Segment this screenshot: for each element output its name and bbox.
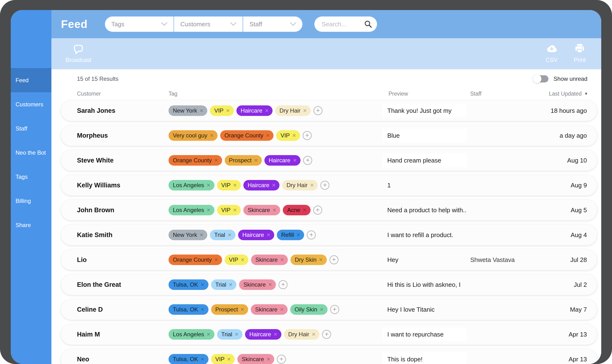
tag-pill-vip[interactable]: VIP✕ xyxy=(276,130,300,141)
remove-tag-icon[interactable]: ✕ xyxy=(268,282,272,287)
remove-tag-icon[interactable]: ✕ xyxy=(207,182,211,188)
tag-pill-refill[interactable]: Refill✕ xyxy=(277,230,304,240)
remove-tag-icon[interactable]: ✕ xyxy=(199,232,203,238)
filter-dropdown-tags[interactable]: Tags xyxy=(105,16,174,32)
remove-tag-icon[interactable]: ✕ xyxy=(233,182,237,188)
table-row[interactable]: Steve White Orange County✕Prospect✕Hairc… xyxy=(61,150,597,171)
remove-tag-icon[interactable]: ✕ xyxy=(272,182,276,188)
tag-pill-very-cool-guy[interactable]: Very cool guy✕ xyxy=(169,130,218,141)
add-tag-button[interactable]: + xyxy=(307,230,316,239)
sidebar-item-feed[interactable]: Feed xyxy=(11,68,52,92)
show-unread-toggle[interactable] xyxy=(534,75,548,82)
add-tag-button[interactable]: + xyxy=(313,106,323,115)
tag-pill-skincare[interactable]: Skincare✕ xyxy=(251,255,288,265)
remove-tag-icon[interactable]: ✕ xyxy=(293,157,297,163)
remove-tag-icon[interactable]: ✕ xyxy=(266,232,270,238)
filter-dropdown-customers[interactable]: Customers xyxy=(174,16,243,32)
sidebar-item-share[interactable]: Share xyxy=(11,213,52,237)
add-tag-button[interactable]: + xyxy=(329,255,339,264)
tag-pill-haircare[interactable]: Haircare✕ xyxy=(236,105,273,116)
tag-pill-dry-skin[interactable]: Dry Skin✕ xyxy=(290,255,326,265)
table-row[interactable]: Morpheus Very cool guy✕Orange County✕VIP… xyxy=(61,125,597,146)
remove-tag-icon[interactable]: ✕ xyxy=(272,207,276,213)
search-icon[interactable] xyxy=(364,20,372,28)
remove-tag-icon[interactable]: ✕ xyxy=(312,331,316,337)
remove-tag-icon[interactable]: ✕ xyxy=(297,232,300,238)
tag-pill-skincare[interactable]: Skincare✕ xyxy=(239,279,276,290)
sidebar-item-customers[interactable]: Customers xyxy=(11,92,52,117)
column-header-last-updated[interactable]: Last Updated▼ xyxy=(549,91,588,97)
tag-pill-dry-hair[interactable]: Dry Hair✕ xyxy=(284,329,320,340)
table-row[interactable]: Celine D Tulsa, OK✕Prospect✕Skincare✕Oil… xyxy=(61,299,597,320)
tag-pill-new-york[interactable]: New York✕ xyxy=(169,230,207,240)
remove-tag-icon[interactable]: ✕ xyxy=(292,133,296,138)
remove-tag-icon[interactable]: ✕ xyxy=(234,331,239,337)
remove-tag-icon[interactable]: ✕ xyxy=(266,133,270,138)
remove-tag-icon[interactable]: ✕ xyxy=(254,157,258,163)
tag-pill-los-angeles[interactable]: Los Angeles✕ xyxy=(169,205,214,215)
table-row[interactable]: Kelly Williams Los Angeles✕VIP✕Haircare✕… xyxy=(61,175,597,195)
tag-pill-orange-county[interactable]: Orange County✕ xyxy=(169,255,222,265)
tag-pill-orange-county[interactable]: Orange County✕ xyxy=(220,130,274,141)
table-row[interactable]: Katie Smith New York✕Trial✕Haircare✕Refi… xyxy=(61,225,597,245)
tag-pill-prospect[interactable]: Prospect✕ xyxy=(211,304,248,315)
tag-pill-trial[interactable]: Trial✕ xyxy=(210,230,235,240)
tag-pill-trial[interactable]: Trial✕ xyxy=(217,329,243,340)
tag-pill-tulsa-ok[interactable]: Tulsa, OK✕ xyxy=(169,354,208,364)
remove-tag-icon[interactable]: ✕ xyxy=(265,108,269,114)
tag-pill-acne[interactable]: Acne✕ xyxy=(283,205,310,215)
remove-tag-icon[interactable]: ✕ xyxy=(310,182,314,188)
tag-pill-haircare[interactable]: Haircare✕ xyxy=(245,329,281,340)
remove-tag-icon[interactable]: ✕ xyxy=(280,257,284,263)
remove-tag-icon[interactable]: ✕ xyxy=(240,257,245,263)
sidebar-item-billing[interactable]: Billing xyxy=(11,189,52,213)
remove-tag-icon[interactable]: ✕ xyxy=(210,133,214,138)
add-tag-button[interactable]: + xyxy=(330,305,339,314)
table-row[interactable]: Sarah Jones New York✕VIP✕Haircare✕Dry Ha… xyxy=(61,100,597,121)
add-tag-button[interactable]: + xyxy=(303,156,312,165)
tag-pill-los-angeles[interactable]: Los Angeles✕ xyxy=(169,180,214,191)
tag-pill-haircare[interactable]: Haircare✕ xyxy=(238,230,274,240)
tag-pill-tulsa-ok[interactable]: Tulsa, OK✕ xyxy=(169,304,208,315)
sidebar-item-neo-the-bot[interactable]: Neo the Bot xyxy=(11,141,52,165)
tag-pill-tulsa-ok[interactable]: Tulsa, OK✕ xyxy=(169,279,208,290)
tag-pill-vip[interactable]: VIP✕ xyxy=(217,180,241,191)
remove-tag-icon[interactable]: ✕ xyxy=(320,307,324,312)
search-input[interactable] xyxy=(321,20,364,28)
remove-tag-icon[interactable]: ✕ xyxy=(207,331,211,337)
csv-export-button[interactable]: CSV xyxy=(544,38,559,69)
remove-tag-icon[interactable]: ✕ xyxy=(303,207,307,213)
add-tag-button[interactable]: + xyxy=(303,131,312,140)
remove-tag-icon[interactable]: ✕ xyxy=(199,108,203,114)
tag-pill-los-angeles[interactable]: Los Angeles✕ xyxy=(169,329,214,340)
tag-pill-skincare[interactable]: Skincare✕ xyxy=(251,304,287,315)
table-row[interactable]: Haim M Los Angeles✕Trial✕Haircare✕Dry Ha… xyxy=(61,324,597,345)
sidebar-item-staff[interactable]: Staff xyxy=(11,117,52,141)
tag-pill-prospect[interactable]: Prospect✕ xyxy=(225,155,262,166)
broadcast-button[interactable]: Broadcast xyxy=(65,38,92,69)
tag-pill-vip[interactable]: VIP✕ xyxy=(225,255,248,265)
tag-pill-trial[interactable]: Trial✕ xyxy=(211,279,237,290)
table-row[interactable]: Neo Tulsa, OK✕VIP✕Skincare✕+ This is dop… xyxy=(61,349,597,364)
add-tag-button[interactable]: + xyxy=(320,181,329,190)
remove-tag-icon[interactable]: ✕ xyxy=(240,307,244,312)
tag-pill-orange-county[interactable]: Orange County✕ xyxy=(169,155,222,166)
remove-tag-icon[interactable]: ✕ xyxy=(201,356,205,362)
remove-tag-icon[interactable]: ✕ xyxy=(226,108,230,114)
remove-tag-icon[interactable]: ✕ xyxy=(214,157,218,163)
remove-tag-icon[interactable]: ✕ xyxy=(280,307,284,312)
tag-pill-dry-hair[interactable]: Dry Hair✕ xyxy=(282,180,318,191)
search-box[interactable] xyxy=(314,16,377,32)
sidebar-item-tags[interactable]: Tags xyxy=(11,165,52,189)
table-row[interactable]: Lio Orange County✕VIP✕Skincare✕Dry Skin✕… xyxy=(61,249,597,270)
remove-tag-icon[interactable]: ✕ xyxy=(273,331,278,337)
tag-pill-skincare[interactable]: Skincare✕ xyxy=(243,205,280,215)
add-tag-button[interactable]: + xyxy=(313,206,322,215)
tag-pill-new-york[interactable]: New York✕ xyxy=(169,105,207,116)
tag-pill-vip[interactable]: VIP✕ xyxy=(217,205,241,215)
add-tag-button[interactable]: + xyxy=(278,280,287,289)
remove-tag-icon[interactable]: ✕ xyxy=(207,207,211,213)
remove-tag-icon[interactable]: ✕ xyxy=(201,282,205,287)
remove-tag-icon[interactable]: ✕ xyxy=(201,307,205,312)
remove-tag-icon[interactable]: ✕ xyxy=(229,282,233,287)
